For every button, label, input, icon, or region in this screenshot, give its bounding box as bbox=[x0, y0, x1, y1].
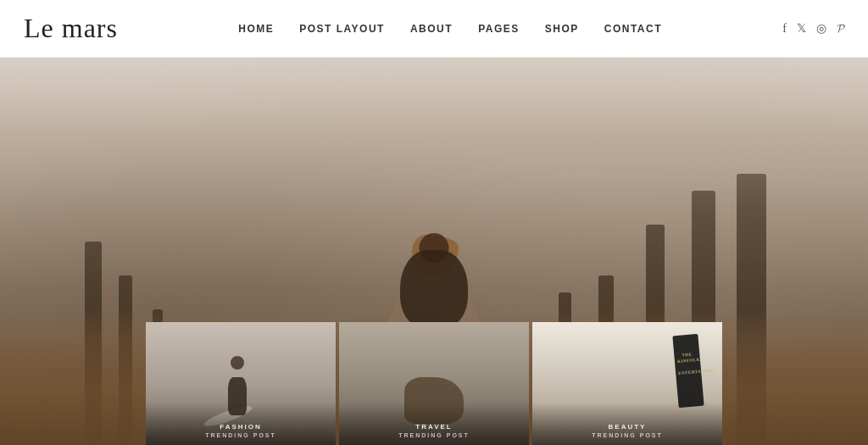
main-nav: HOME POST LAYOUT ABOUT PAGES SHOP CONTAC… bbox=[238, 23, 662, 35]
surfer-head bbox=[231, 356, 244, 370]
card-subtitle: TRENDING POST bbox=[205, 432, 276, 438]
facebook-icon[interactable]: f bbox=[782, 22, 787, 36]
hero-section: FASHION TRENDING POST TRAVEL TRENDING PO… bbox=[0, 58, 868, 445]
site-header: Le mars HOME POST LAYOUT ABOUT PAGES SHO… bbox=[0, 0, 868, 58]
card-subtitle: TRENDING POST bbox=[398, 432, 470, 438]
nav-shop[interactable]: SHOP bbox=[545, 23, 579, 35]
instagram-icon[interactable]: ◎ bbox=[816, 21, 826, 36]
pinterest-icon[interactable]: 𝓟 bbox=[837, 22, 844, 36]
card-overlay: BEAUTY TRENDING POST bbox=[532, 403, 722, 445]
twitter-icon[interactable]: 𝕏 bbox=[797, 21, 806, 36]
book-title: THEKINFOLKENTERTAINER bbox=[676, 351, 698, 376]
card-subtitle: TRENDING POST bbox=[592, 432, 663, 438]
beauty-card[interactable]: THEKINFOLKENTERTAINER BEAUTY TRENDING PO… bbox=[532, 322, 722, 445]
card-overlay: TRAVEL TRENDING POST bbox=[339, 403, 529, 445]
nav-home[interactable]: HOME bbox=[238, 23, 274, 35]
nav-post-layout[interactable]: POST LAYOUT bbox=[299, 23, 385, 35]
nav-contact[interactable]: CONTACT bbox=[604, 23, 662, 35]
social-icons: f 𝕏 ◎ 𝓟 bbox=[782, 21, 844, 36]
figure-body bbox=[400, 250, 468, 326]
hero-figure bbox=[400, 250, 468, 326]
card-overlay: FASHION TRENDING POST bbox=[146, 403, 336, 445]
trending-cards: FASHION TRENDING POST TRAVEL TRENDING PO… bbox=[146, 322, 722, 445]
nav-pages[interactable]: PAGES bbox=[478, 23, 520, 35]
fashion-card[interactable]: FASHION TRENDING POST bbox=[146, 322, 336, 445]
card-category: FASHION bbox=[220, 423, 262, 431]
card-category: BEAUTY bbox=[609, 423, 647, 431]
card-category: TRAVEL bbox=[415, 423, 452, 431]
nav-about[interactable]: ABOUT bbox=[410, 23, 453, 35]
logo[interactable]: Le mars bbox=[24, 13, 118, 44]
travel-card[interactable]: TRAVEL TRENDING POST bbox=[339, 322, 529, 445]
